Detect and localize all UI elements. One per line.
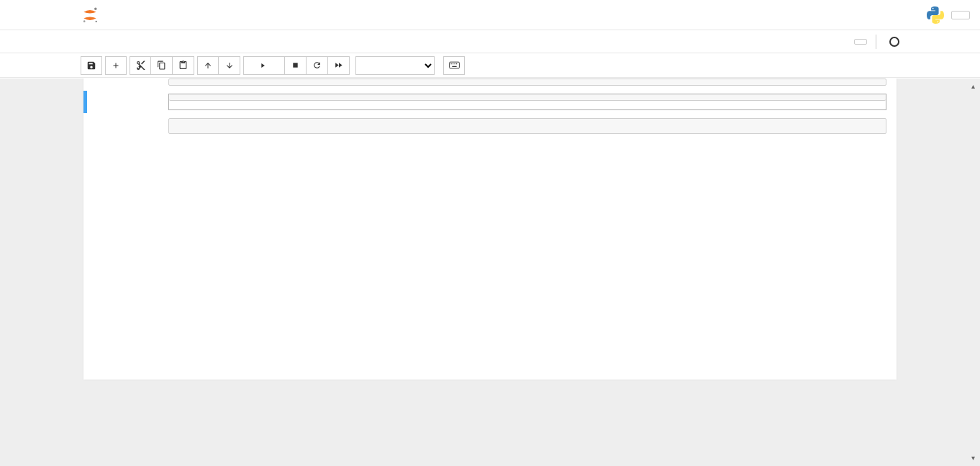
svg-rect-3 xyxy=(293,63,297,67)
svg-rect-5 xyxy=(450,63,451,64)
interrupt-button[interactable] xyxy=(285,56,307,75)
restart-button[interactable] xyxy=(307,56,328,75)
code-input[interactable] xyxy=(168,79,886,86)
cut-icon xyxy=(136,61,145,70)
save-button[interactable] xyxy=(81,56,102,75)
run-button[interactable] xyxy=(243,56,285,75)
fast-forward-icon xyxy=(334,61,343,70)
python-logo-icon xyxy=(927,6,944,24)
kernel-separator xyxy=(876,35,876,49)
svg-point-0 xyxy=(94,7,96,9)
scroll-up-icon[interactable]: ▴ xyxy=(968,81,979,91)
svg-point-1 xyxy=(83,20,86,22)
keyboard-icon xyxy=(449,61,460,69)
svg-rect-9 xyxy=(452,66,456,67)
cell-prompt xyxy=(89,94,168,110)
paste-icon xyxy=(178,61,188,70)
code-cell[interactable] xyxy=(83,115,897,137)
arrow-down-icon xyxy=(225,61,234,70)
kernel-idle-icon xyxy=(889,37,899,47)
cell-type-select[interactable] xyxy=(355,56,435,75)
stop-icon xyxy=(291,61,299,69)
save-icon xyxy=(86,61,96,71)
header xyxy=(0,0,980,30)
insert-cell-button[interactable] xyxy=(105,56,127,75)
code-cell[interactable] xyxy=(83,91,897,113)
plus-icon xyxy=(112,61,120,70)
arrow-up-icon xyxy=(204,61,212,70)
cell-prompt xyxy=(89,118,168,134)
svg-rect-6 xyxy=(453,63,453,64)
copy-button[interactable] xyxy=(151,56,173,75)
scroll-down-icon[interactable]: ▾ xyxy=(968,452,979,463)
trusted-badge[interactable] xyxy=(854,39,867,45)
svg-rect-4 xyxy=(449,62,459,68)
restart-run-all-button[interactable] xyxy=(328,56,350,75)
paste-button[interactable] xyxy=(173,56,194,75)
cut-button[interactable] xyxy=(130,56,151,75)
jupyter-logo[interactable] xyxy=(81,6,102,24)
cell-prompt xyxy=(89,79,168,86)
logout-button[interactable] xyxy=(951,11,970,19)
copy-icon xyxy=(157,61,166,70)
restart-icon xyxy=(312,61,322,70)
move-up-button[interactable] xyxy=(197,56,219,75)
jupyter-logo-icon xyxy=(81,6,99,24)
kernel-indicator[interactable] xyxy=(885,37,899,47)
error-output xyxy=(169,101,886,109)
code-input[interactable] xyxy=(168,118,886,134)
notebook-container xyxy=(83,79,897,380)
play-icon xyxy=(259,62,266,69)
toolbar xyxy=(0,53,980,78)
code-cell[interactable] xyxy=(83,79,897,89)
svg-rect-8 xyxy=(456,63,457,64)
move-down-button[interactable] xyxy=(219,56,240,75)
svg-point-2 xyxy=(96,20,97,22)
notebook-background xyxy=(0,79,980,466)
code-input[interactable] xyxy=(169,94,886,101)
command-palette-button[interactable] xyxy=(443,56,465,75)
menubar xyxy=(0,30,980,53)
svg-rect-7 xyxy=(454,63,455,64)
